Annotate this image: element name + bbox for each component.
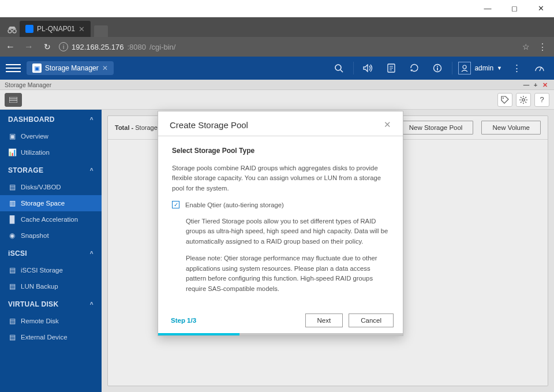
qtier-description: Qtier Tiered Storage pools allow you to …: [186, 216, 389, 247]
sidebar-item-utilization[interactable]: 📊 Utilization: [0, 144, 102, 160]
sidebar-section-dashboard[interactable]: DASHBOARD ^: [0, 110, 102, 128]
app-tab-title: Storage Manager: [45, 64, 99, 72]
subwindow-title: Storage Manager: [5, 81, 51, 88]
sidebar-item-lun-backup[interactable]: ▤ LUN Backup: [0, 278, 102, 294]
svg-point-1: [13, 29, 16, 33]
cancel-button[interactable]: Cancel: [349, 313, 394, 327]
svg-line-23: [521, 97, 522, 98]
chevron-down-icon: ▼: [497, 65, 502, 71]
modal-close-icon[interactable]: ✕: [384, 120, 391, 130]
step-indicator: Step 1/3: [171, 317, 196, 324]
subwin-minimize-button[interactable]: —: [522, 81, 531, 88]
browser-tabstrip: PL-QNAP01 ✕: [0, 17, 554, 37]
step-progress-bar: [158, 333, 403, 335]
modal-body: Select Storage Pool Type Storage pools c…: [158, 136, 403, 308]
sidebar: DASHBOARD ^ ▣ Overview 📊 Utilization STO…: [0, 110, 102, 392]
search-icon[interactable]: [330, 59, 347, 77]
subwin-maximize-button[interactable]: +: [531, 81, 540, 88]
sidebar-item-label: Cache Acceleration: [21, 216, 78, 223]
os-maximize-button[interactable]: ◻: [501, 0, 527, 17]
modal-title: Create Storage Pool: [170, 120, 248, 130]
new-storage-pool-button[interactable]: New Storage Pool: [398, 121, 474, 135]
svg-point-18: [522, 98, 525, 100]
toolbar-gear-button[interactable]: [516, 93, 531, 107]
info-icon[interactable]: [429, 59, 446, 77]
svg-point-0: [8, 29, 12, 33]
url-host: 192.168.25.176: [72, 43, 123, 51]
sidebar-item-disks[interactable]: ▤ Disks/VJBOD: [0, 179, 102, 195]
section-label: VIRTUAL DISK: [8, 300, 58, 308]
sidebar-item-remote-disk[interactable]: ▤ Remote Disk: [0, 313, 102, 329]
svg-point-12: [463, 65, 466, 69]
svg-line-26: [521, 102, 522, 103]
sidebar-item-cache-accel[interactable]: █ Cache Acceleration: [0, 211, 102, 227]
utilization-icon: 📊: [8, 148, 16, 156]
total-label: Total -: [115, 124, 133, 131]
sidebar-item-label: Utilization: [21, 149, 50, 156]
new-volume-button[interactable]: New Volume: [481, 121, 541, 135]
subwin-close-button[interactable]: ✕: [540, 81, 549, 88]
toolbar-help-button[interactable]: ?: [534, 93, 549, 107]
iscsi-icon: ▤: [8, 266, 16, 274]
svg-point-17: [503, 98, 504, 99]
more-icon[interactable]: ⋮: [508, 59, 525, 77]
user-menu[interactable]: admin ▼: [458, 62, 502, 74]
sidebar-item-storage-space[interactable]: ▥ Storage Space: [0, 195, 102, 211]
site-info-icon[interactable]: i: [59, 42, 68, 51]
favicon-icon: [25, 25, 33, 33]
modal-subtitle: Select Storage Pool Type: [172, 145, 389, 156]
sidebar-item-label: Disks/VJBOD: [21, 184, 61, 191]
browser-menu-button[interactable]: ⋮: [534, 42, 551, 53]
user-icon: [458, 62, 471, 74]
modal-header: Create Storage Pool ✕: [158, 111, 403, 136]
volume-icon[interactable]: [360, 59, 377, 77]
chevron-up-icon: ^: [90, 117, 93, 123]
app-tab-storage-manager[interactable]: ▣ Storage Manager ✕: [27, 61, 114, 75]
dashboard-icon[interactable]: [531, 59, 548, 77]
refresh-icon[interactable]: [406, 59, 423, 77]
svg-point-2: [335, 65, 341, 70]
forward-button[interactable]: →: [22, 42, 36, 52]
subwindow-titlebar: Storage Manager — + ✕: [0, 80, 554, 90]
os-close-button[interactable]: ✕: [527, 0, 554, 17]
sidebar-section-virtual-disk[interactable]: VIRTUAL DISK ^: [0, 294, 102, 313]
cache-icon: █: [8, 215, 16, 223]
reload-button[interactable]: ↻: [40, 42, 54, 51]
svg-line-13: [540, 68, 541, 71]
new-tab-button[interactable]: [94, 25, 108, 37]
address-field[interactable]: i 192.168.25.176:8080/cgi-bin/: [59, 42, 518, 51]
user-label: admin: [474, 64, 493, 72]
progress-fill: [158, 333, 239, 335]
svg-line-3: [340, 70, 343, 72]
bookmark-star-icon[interactable]: ☆: [522, 42, 530, 51]
sidebar-item-label: Snapshot: [21, 232, 49, 239]
tab-close-icon[interactable]: ✕: [78, 25, 85, 33]
sidebar-item-iscsi-storage[interactable]: ▤ iSCSI Storage: [0, 262, 102, 278]
sidebar-section-iscsi[interactable]: iSCSI ^: [0, 244, 102, 262]
app-tab-close-icon[interactable]: ✕: [102, 64, 108, 72]
section-label: DASHBOARD: [8, 115, 55, 124]
section-label: STORAGE: [8, 166, 43, 174]
sidebar-section-storage[interactable]: STORAGE ^: [0, 160, 102, 179]
notes-icon[interactable]: [383, 59, 400, 77]
browser-url-bar: ← → ↻ i 192.168.25.176:8080/cgi-bin/ ☆ ⋮: [0, 37, 554, 57]
sidebar-item-label: iSCSI Storage: [21, 267, 63, 274]
sidebar-item-snapshot[interactable]: ◉ Snapshot: [0, 227, 102, 244]
modal-intro-text: Storage pools combine RAID groups which …: [172, 163, 389, 194]
svg-line-25: [525, 97, 526, 98]
browser-tab[interactable]: PL-QNAP01 ✕: [20, 21, 91, 37]
os-window-controls: — ◻ ✕: [474, 0, 554, 17]
toolbar-tag-button[interactable]: [497, 93, 512, 107]
hamburger-button[interactable]: [6, 61, 21, 76]
svg-rect-14: [9, 97, 17, 103]
sidebar-item-label: Storage Space: [21, 200, 65, 207]
sidebar-item-external-device[interactable]: ▤ External Device: [0, 329, 102, 345]
next-button[interactable]: Next: [305, 313, 343, 327]
url-path: /cgi-bin/: [149, 43, 176, 51]
os-minimize-button[interactable]: —: [474, 0, 501, 17]
enable-qtier-row[interactable]: ✓ Enable Qtier (auto-tiering storage): [172, 200, 389, 211]
toolbar-view-button[interactable]: [5, 93, 22, 107]
checkbox-checked-icon[interactable]: ✓: [172, 201, 179, 208]
back-button[interactable]: ←: [3, 42, 17, 52]
sidebar-item-overview[interactable]: ▣ Overview: [0, 128, 102, 144]
